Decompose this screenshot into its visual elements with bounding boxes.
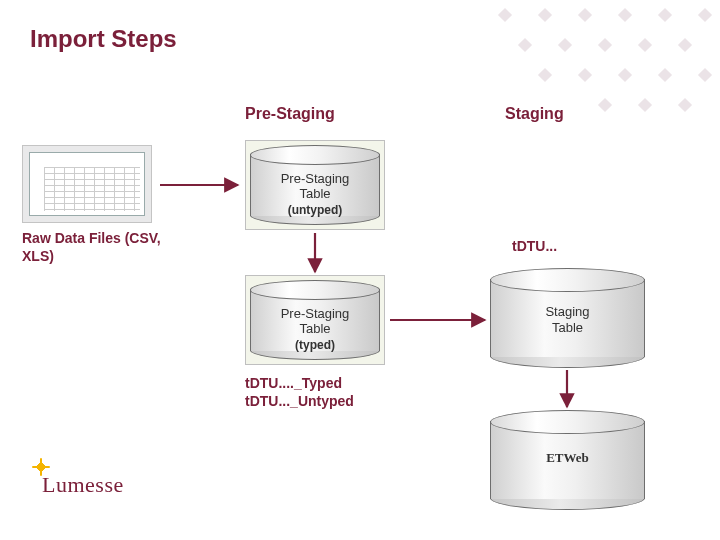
svg-rect-17: [638, 98, 652, 112]
svg-rect-11: [538, 68, 552, 82]
slide: Import Steps Pre-Staging Staging Raw Dat…: [0, 0, 720, 540]
svg-rect-18: [678, 98, 692, 112]
label-line: Pre-Staging: [281, 171, 350, 186]
cylinder-staging: Staging Table: [490, 268, 645, 368]
label-subline: (untyped): [288, 203, 343, 217]
svg-rect-5: [698, 8, 712, 22]
svg-rect-8: [598, 38, 612, 52]
svg-rect-6: [518, 38, 532, 52]
svg-rect-10: [678, 38, 692, 52]
svg-rect-16: [598, 98, 612, 112]
svg-rect-3: [618, 8, 632, 22]
label-line: Table: [552, 320, 583, 335]
brand-logo: Lumesse: [42, 472, 124, 498]
svg-rect-4: [658, 8, 672, 22]
label-subline: (typed): [295, 338, 335, 352]
svg-rect-7: [558, 38, 572, 52]
label-line: Pre-Staging: [281, 306, 350, 321]
heading-prestaging: Pre-Staging: [245, 105, 335, 123]
spark-icon: [34, 460, 48, 474]
svg-rect-0: [498, 8, 512, 22]
cylinder-etweb: ETWeb: [490, 410, 645, 510]
cylinder-prestaging-typed: Pre-Staging Table (typed): [245, 275, 385, 365]
raw-data-thumbnail: [22, 145, 152, 223]
svg-rect-12: [578, 68, 592, 82]
annotation-staging-prefix: tDTU...: [512, 238, 557, 256]
brand-logo-text: Lumesse: [42, 472, 124, 497]
svg-rect-1: [538, 8, 552, 22]
svg-rect-9: [638, 38, 652, 52]
label-line: Table: [299, 321, 330, 336]
svg-rect-14: [658, 68, 672, 82]
label-line: Staging: [545, 304, 589, 319]
cylinder-prestaging-untyped: Pre-Staging Table (untyped): [245, 140, 385, 230]
label-line: ETWeb: [546, 450, 589, 465]
annotation-typed-names: tDTU...._Typed tDTU..._Untyped: [245, 375, 354, 410]
heading-staging: Staging: [505, 105, 564, 123]
svg-rect-2: [578, 8, 592, 22]
label-line: Table: [299, 186, 330, 201]
svg-rect-15: [698, 68, 712, 82]
decorative-diamond-pattern: [460, 0, 720, 140]
raw-data-caption: Raw Data Files (CSV, XLS): [22, 230, 192, 265]
svg-rect-13: [618, 68, 632, 82]
page-title: Import Steps: [30, 25, 177, 53]
